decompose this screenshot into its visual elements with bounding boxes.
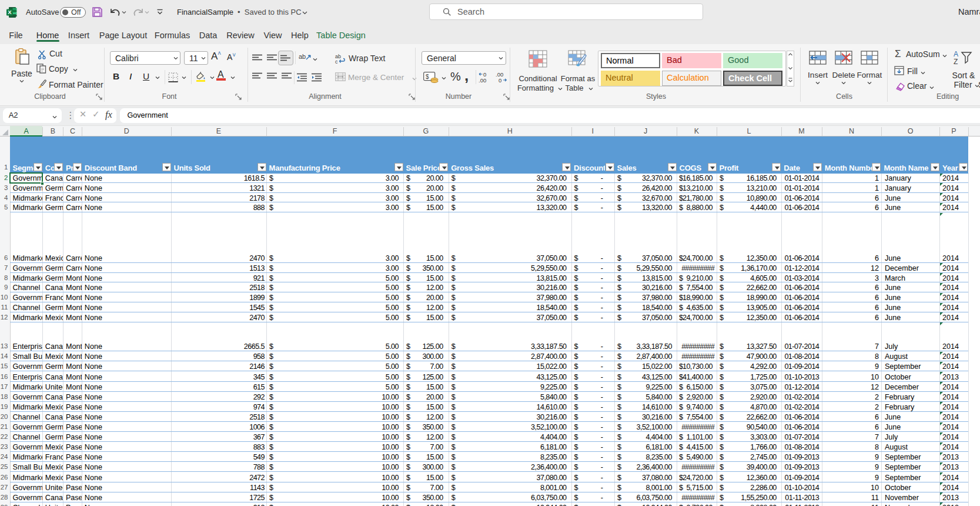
svg-text:X: X [8,9,12,15]
svg-text:$: $ [426,74,429,80]
svg-text:A: A [954,50,958,58]
svg-text:ab: ab [299,53,306,60]
svg-text:Z: Z [954,58,958,65]
svg-text:0: 0 [499,77,501,83]
svg-text:c: c [335,59,338,64]
svg-text:.00: .00 [479,77,486,83]
